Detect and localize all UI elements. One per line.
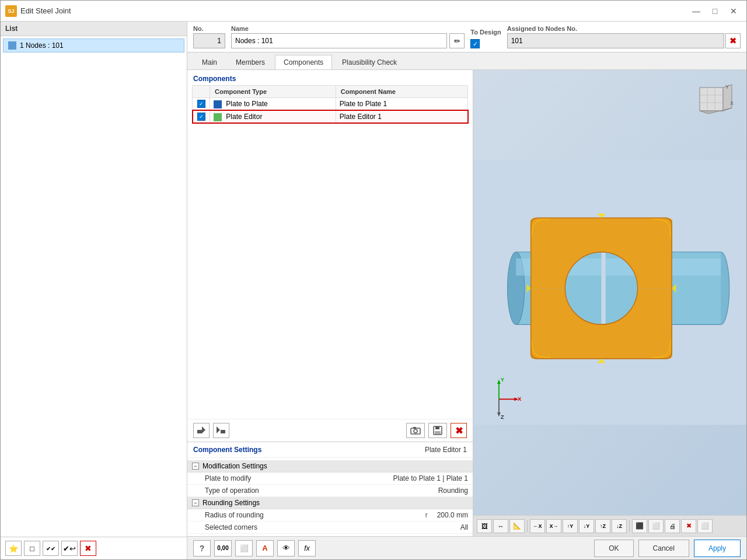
add-star-button[interactable]: ⭐ bbox=[5, 541, 22, 556]
display-button[interactable]: 👁 bbox=[277, 540, 295, 556]
components-table-wrapper: Component Type Component Name bbox=[187, 85, 473, 124]
no-field-group: No. bbox=[193, 25, 225, 48]
check-all-button[interactable]: ✔✔ bbox=[43, 541, 59, 556]
clear-assigned-button[interactable]: ✖ bbox=[725, 33, 741, 48]
vp-sep-2 bbox=[629, 520, 630, 532]
name-cell-2: Plate Editor 1 bbox=[336, 110, 467, 123]
view-button[interactable]: ⬜ bbox=[235, 540, 253, 556]
name-cell-1: Plate to Plate 1 bbox=[336, 98, 467, 111]
save-comp-button[interactable] bbox=[428, 423, 447, 438]
vp-btn-wire[interactable]: ⬜ bbox=[648, 519, 664, 533]
plate-to-modify-row: Plate to modify Plate to Plate 1 | Plate… bbox=[187, 473, 473, 485]
assigned-row: ✖ bbox=[507, 33, 741, 48]
delete-list-button[interactable]: ✖ bbox=[80, 541, 96, 556]
vp-btn-solid[interactable]: ⬛ bbox=[632, 519, 647, 533]
no-input[interactable] bbox=[193, 33, 225, 48]
to-design-group: To Design ✓ bbox=[470, 29, 501, 48]
comp-toolbar: ✖ bbox=[187, 419, 473, 442]
tab-main[interactable]: Main bbox=[193, 55, 226, 69]
help-button[interactable]: ? bbox=[193, 540, 211, 556]
check-cell-2[interactable] bbox=[193, 110, 210, 123]
screenshot-button[interactable] bbox=[406, 423, 425, 438]
selected-corners-value: All bbox=[460, 523, 468, 531]
move-up-button[interactable] bbox=[193, 423, 210, 438]
bottom-toolbar: ? 0,00 ⬜ A 👁 fx OK Cancel Apply bbox=[187, 536, 746, 559]
content-split: Components Component Type Component Name bbox=[187, 70, 746, 536]
list-item[interactable]: 1 Nodes : 101 bbox=[3, 38, 184, 52]
font-button[interactable]: A bbox=[256, 540, 274, 556]
list-item-label: 1 Nodes : 101 bbox=[20, 41, 64, 50]
name-input[interactable] bbox=[231, 33, 447, 48]
window-controls: — □ ✕ bbox=[688, 5, 742, 18]
settings-area: Components Component Type Component Name bbox=[187, 70, 473, 536]
plate-to-modify-value: Plate to Plate 1 | Plate 1 bbox=[393, 474, 468, 482]
type-of-operation-row: Type of operation Rounding bbox=[187, 485, 473, 497]
selected-corners-label: Selected corners bbox=[205, 523, 449, 531]
comp-settings-name: Plate Editor 1 bbox=[425, 446, 467, 454]
assigned-input[interactable] bbox=[507, 33, 724, 48]
formula-button[interactable]: fx bbox=[298, 540, 316, 556]
comp-settings-header: Component Settings Plate Editor 1 bbox=[187, 442, 473, 458]
radius-symbol: r bbox=[425, 511, 437, 519]
type-cell-1: Plate to Plate bbox=[210, 98, 336, 111]
ok-button[interactable]: OK bbox=[594, 540, 633, 557]
name-label: Name bbox=[231, 25, 465, 32]
modification-settings-label: Modification Settings bbox=[203, 462, 267, 470]
vp-btn-close[interactable]: ✖ bbox=[681, 519, 696, 533]
check-cell-1[interactable] bbox=[193, 98, 210, 111]
move-down-button[interactable] bbox=[213, 423, 229, 438]
vp-btn-zr[interactable]: ↓Z bbox=[612, 519, 627, 533]
type-cell-2: Plate Editor bbox=[210, 110, 336, 123]
app-icon: SJ bbox=[5, 5, 17, 17]
cancel-button[interactable]: Cancel bbox=[638, 540, 689, 557]
assigned-label: Assigned to Nodes No. bbox=[507, 25, 741, 32]
collapse-rounding-icon[interactable]: − bbox=[192, 499, 199, 506]
svg-rect-9 bbox=[435, 426, 439, 429]
remove-comp-button[interactable]: ✖ bbox=[451, 423, 467, 438]
comp-settings-label: Component Settings bbox=[193, 446, 261, 454]
to-design-checkbox[interactable]: ✓ bbox=[470, 39, 480, 48]
viewport: Y X bbox=[473, 70, 746, 536]
edit-button[interactable]: ✏ bbox=[449, 33, 465, 48]
viewport-3d[interactable]: Y X bbox=[473, 70, 746, 515]
type-of-operation-value: Rounding bbox=[438, 487, 468, 495]
vp-btn-yr[interactable]: ↓Y bbox=[579, 519, 594, 533]
svg-marker-3 bbox=[217, 426, 220, 433]
table-row[interactable]: Plate to Plate Plate to Plate 1 bbox=[193, 98, 468, 111]
vp-btn-x[interactable]: ←X bbox=[530, 519, 545, 533]
list-panel: List 1 Nodes : 101 ⭐ □ ✔✔ ✔↩ ✖ bbox=[1, 22, 187, 559]
vp-btn-render[interactable]: 🖼 bbox=[477, 519, 492, 533]
uncheck-button[interactable]: ✔↩ bbox=[61, 541, 78, 556]
vp-btn-xr[interactable]: X→ bbox=[546, 519, 561, 533]
3d-scene: Y X Z bbox=[473, 70, 746, 515]
decimal-button[interactable]: 0,00 bbox=[214, 540, 232, 556]
bottom-left-buttons: ? 0,00 ⬜ A 👁 fx bbox=[193, 540, 316, 556]
row1-checkbox[interactable] bbox=[197, 100, 205, 108]
maximize-button[interactable]: □ bbox=[707, 5, 723, 18]
radius-of-rounding-row: Radius of rounding r 200.0 mm bbox=[187, 509, 473, 522]
list-area: 1 Nodes : 101 bbox=[1, 36, 187, 537]
collapse-modification-icon[interactable]: − bbox=[192, 463, 199, 470]
tab-plausibility[interactable]: Plausibility Check bbox=[333, 55, 406, 69]
svg-rect-6 bbox=[413, 427, 416, 429]
vp-btn-expand[interactable]: ⬜ bbox=[697, 519, 713, 533]
vp-btn-z[interactable]: ↑Z bbox=[595, 519, 610, 533]
vp-btn-y[interactable]: ↑Y bbox=[563, 519, 578, 533]
components-table: Component Type Component Name bbox=[192, 85, 468, 124]
table-row[interactable]: Plate Editor Plate Editor 1 bbox=[193, 110, 468, 123]
vp-btn-measure[interactable]: 📐 bbox=[509, 519, 525, 533]
minimize-button[interactable]: — bbox=[688, 5, 704, 18]
col-type: Component Type bbox=[210, 86, 336, 98]
vp-sep-1 bbox=[527, 520, 528, 532]
tab-members[interactable]: Members bbox=[227, 55, 274, 69]
tab-components[interactable]: Components bbox=[275, 55, 332, 69]
type-label-2: Plate Editor bbox=[226, 113, 262, 121]
table-spacer bbox=[187, 124, 473, 419]
row2-checkbox[interactable] bbox=[197, 113, 205, 121]
copy-button[interactable]: □ bbox=[24, 541, 40, 556]
type-of-operation-label: Type of operation bbox=[205, 487, 438, 495]
apply-button[interactable]: Apply bbox=[694, 540, 741, 557]
vp-btn-axes[interactable]: ↔ bbox=[493, 519, 508, 533]
vp-btn-print[interactable]: 🖨 bbox=[665, 519, 680, 533]
close-button[interactable]: ✕ bbox=[725, 5, 742, 18]
